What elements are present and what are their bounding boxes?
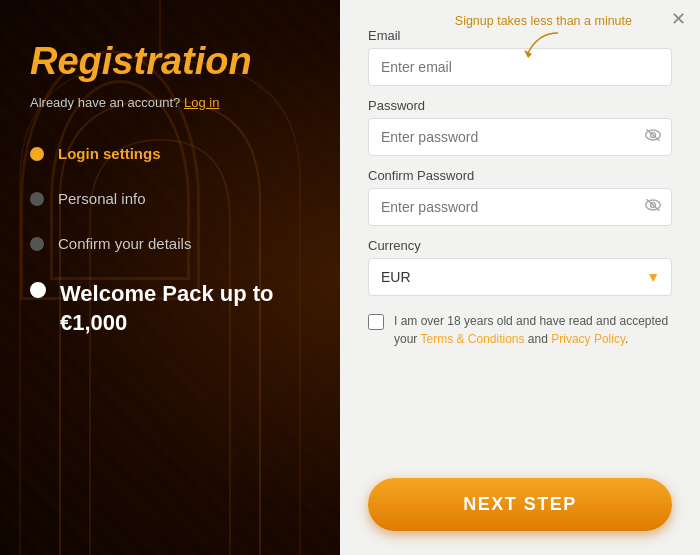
privacy-policy-link[interactable]: Privacy Policy <box>551 332 625 346</box>
terms-row: I am over 18 years old and have read and… <box>368 312 672 348</box>
email-field-group: Email <box>368 28 672 86</box>
already-account-text: Already have an account? Log in <box>30 95 310 110</box>
step-label-welcome: Welcome Pack up to €1,000 <box>60 280 310 337</box>
step-label-personal: Personal info <box>58 190 146 207</box>
step-label-login: Login settings <box>58 145 161 162</box>
step-dot-inactive-2 <box>30 237 44 251</box>
login-link[interactable]: Log in <box>184 95 219 110</box>
email-input[interactable] <box>368 48 672 86</box>
terms-conditions-link[interactable]: Terms & Conditions <box>420 332 524 346</box>
step-label-confirm: Confirm your details <box>58 235 191 252</box>
step-dot-active <box>30 147 44 161</box>
confirm-password-input-wrap <box>368 188 672 226</box>
currency-field-group: Currency EUR USD GBP CAD AUD ▼ <box>368 238 672 296</box>
step-dot-white <box>30 282 46 298</box>
confirm-password-field-group: Confirm Password <box>368 168 672 226</box>
step-welcome-pack: Welcome Pack up to €1,000 <box>30 280 310 337</box>
step-personal-info: Personal info <box>30 190 310 207</box>
email-input-wrap <box>368 48 672 86</box>
currency-label: Currency <box>368 238 672 253</box>
step-dot-inactive-1 <box>30 192 44 206</box>
password-eye-icon[interactable] <box>644 128 662 146</box>
confirm-password-label: Confirm Password <box>368 168 672 183</box>
close-button[interactable]: ✕ <box>671 10 686 28</box>
step-login-settings: Login settings <box>30 145 310 162</box>
terms-checkbox[interactable] <box>368 314 384 330</box>
confirm-password-eye-icon[interactable] <box>644 198 662 216</box>
password-input[interactable] <box>368 118 672 156</box>
steps-list: Login settings Personal info Confirm you… <box>30 145 310 337</box>
password-label: Password <box>368 98 672 113</box>
spacer <box>368 364 672 478</box>
step-confirm-details: Confirm your details <box>30 235 310 252</box>
password-field-group: Password <box>368 98 672 156</box>
registration-modal: ✕ Email Password Confirm Password <box>340 0 700 555</box>
left-panel: Registration Already have an account? Lo… <box>0 0 340 555</box>
terms-text: I am over 18 years old and have read and… <box>394 312 672 348</box>
next-step-button[interactable]: NEXT STEP <box>368 478 672 531</box>
currency-select[interactable]: EUR USD GBP CAD AUD <box>368 258 672 296</box>
password-input-wrap <box>368 118 672 156</box>
email-label: Email <box>368 28 672 43</box>
registration-title: Registration <box>30 40 310 83</box>
currency-select-wrap: EUR USD GBP CAD AUD ▼ <box>368 258 672 296</box>
confirm-password-input[interactable] <box>368 188 672 226</box>
